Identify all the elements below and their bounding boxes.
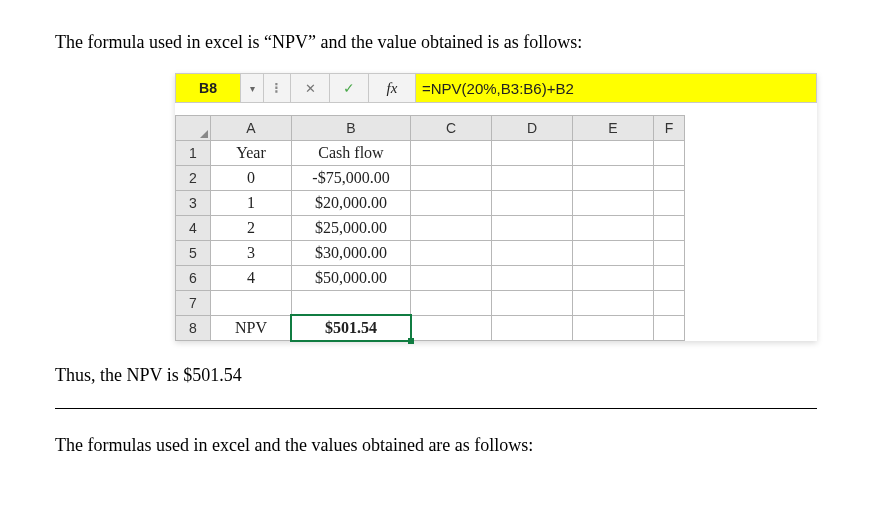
row-1: 1 Year Cash flow	[176, 141, 685, 166]
select-all-corner[interactable]	[176, 116, 211, 141]
cell-F5[interactable]	[654, 241, 685, 266]
cell-B2[interactable]: -$75,000.00	[292, 166, 411, 191]
cell-D4[interactable]	[492, 216, 573, 241]
intro-text: The formula used in excel is “NPV” and t…	[55, 30, 817, 55]
spreadsheet-grid: A B C D E F 1 Year Cash flow 2 0 -$75,00…	[175, 115, 685, 341]
cell-B6[interactable]: $50,000.00	[292, 266, 411, 291]
row-header-1[interactable]: 1	[176, 141, 211, 166]
fx-icon[interactable]: fx	[369, 74, 416, 102]
cell-F3[interactable]	[654, 191, 685, 216]
cell-A2[interactable]: 0	[211, 166, 292, 191]
cell-B3[interactable]: $20,000.00	[292, 191, 411, 216]
cell-C7[interactable]	[411, 291, 492, 316]
cell-F6[interactable]	[654, 266, 685, 291]
cell-B8-selected[interactable]: $501.54	[292, 316, 411, 341]
cell-A1[interactable]: Year	[211, 141, 292, 166]
cell-A7[interactable]	[211, 291, 292, 316]
cell-F8[interactable]	[654, 316, 685, 341]
cell-D6[interactable]	[492, 266, 573, 291]
cell-E3[interactable]	[573, 191, 654, 216]
col-header-B[interactable]: B	[292, 116, 411, 141]
row-header-6[interactable]: 6	[176, 266, 211, 291]
cell-D5[interactable]	[492, 241, 573, 266]
formula-input[interactable]: =NPV(20%,B3:B6)+B2	[416, 74, 816, 102]
row-6: 6 4 $50,000.00	[176, 266, 685, 291]
formula-bar-menu-icon[interactable]: ⁝	[264, 74, 291, 102]
cell-D3[interactable]	[492, 191, 573, 216]
cell-D2[interactable]	[492, 166, 573, 191]
cell-C2[interactable]	[411, 166, 492, 191]
cell-C6[interactable]	[411, 266, 492, 291]
col-header-A[interactable]: A	[211, 116, 292, 141]
excel-screenshot: B8 ▾ ⁝ ✕ ✓ fx =NPV(20%,B3:B6)+B2 A B C D…	[175, 73, 817, 341]
cell-C5[interactable]	[411, 241, 492, 266]
name-box[interactable]: B8	[176, 74, 241, 102]
cell-D7[interactable]	[492, 291, 573, 316]
row-7: 7	[176, 291, 685, 316]
cell-D8[interactable]	[492, 316, 573, 341]
cell-E2[interactable]	[573, 166, 654, 191]
cell-B7[interactable]	[292, 291, 411, 316]
cell-A6[interactable]: 4	[211, 266, 292, 291]
row-header-7[interactable]: 7	[176, 291, 211, 316]
row-8: 8 NPV $501.54	[176, 316, 685, 341]
row-3: 3 1 $20,000.00	[176, 191, 685, 216]
row-header-8[interactable]: 8	[176, 316, 211, 341]
footer-text: The formulas used in excel and the value…	[55, 433, 817, 458]
cell-D1[interactable]	[492, 141, 573, 166]
enter-icon[interactable]: ✓	[330, 74, 369, 102]
name-box-dropdown-icon[interactable]: ▾	[241, 74, 264, 102]
cell-A4[interactable]: 2	[211, 216, 292, 241]
cell-C3[interactable]	[411, 191, 492, 216]
row-5: 5 3 $30,000.00	[176, 241, 685, 266]
cell-E8[interactable]	[573, 316, 654, 341]
cell-B4[interactable]: $25,000.00	[292, 216, 411, 241]
cell-E5[interactable]	[573, 241, 654, 266]
cell-A5[interactable]: 3	[211, 241, 292, 266]
cancel-icon[interactable]: ✕	[291, 74, 330, 102]
cell-E7[interactable]	[573, 291, 654, 316]
cell-C4[interactable]	[411, 216, 492, 241]
section-divider	[55, 408, 817, 409]
row-2: 2 0 -$75,000.00	[176, 166, 685, 191]
col-header-D[interactable]: D	[492, 116, 573, 141]
cell-C1[interactable]	[411, 141, 492, 166]
row-header-3[interactable]: 3	[176, 191, 211, 216]
cell-E4[interactable]	[573, 216, 654, 241]
conclusion-text: Thus, the NPV is $501.54	[55, 363, 817, 388]
cell-E1[interactable]	[573, 141, 654, 166]
cell-A3[interactable]: 1	[211, 191, 292, 216]
row-header-2[interactable]: 2	[176, 166, 211, 191]
cell-F1[interactable]	[654, 141, 685, 166]
row-4: 4 2 $25,000.00	[176, 216, 685, 241]
row-header-5[interactable]: 5	[176, 241, 211, 266]
cell-C8[interactable]	[411, 316, 492, 341]
cell-F2[interactable]	[654, 166, 685, 191]
cell-F4[interactable]	[654, 216, 685, 241]
cell-B8-value: $501.54	[325, 319, 377, 336]
col-header-C[interactable]: C	[411, 116, 492, 141]
row-header-4[interactable]: 4	[176, 216, 211, 241]
cell-B5[interactable]: $30,000.00	[292, 241, 411, 266]
formula-bar: B8 ▾ ⁝ ✕ ✓ fx =NPV(20%,B3:B6)+B2	[175, 73, 817, 103]
cell-B1[interactable]: Cash flow	[292, 141, 411, 166]
col-header-E[interactable]: E	[573, 116, 654, 141]
cell-F7[interactable]	[654, 291, 685, 316]
cell-A8[interactable]: NPV	[211, 316, 292, 341]
cell-E6[interactable]	[573, 266, 654, 291]
col-header-F[interactable]: F	[654, 116, 685, 141]
